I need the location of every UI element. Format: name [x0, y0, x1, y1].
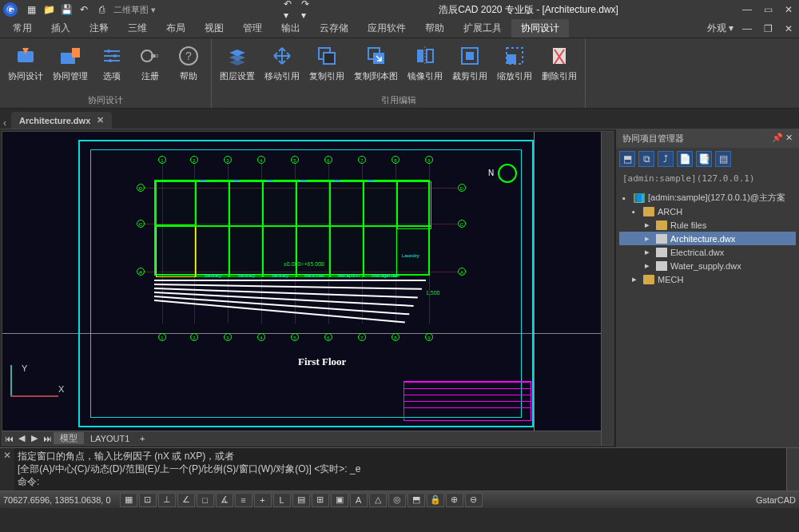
grid-bubble: 2 — [190, 156, 198, 164]
doc-close-button[interactable]: ✕ — [781, 22, 796, 35]
status-a1-icon[interactable]: A — [350, 493, 368, 507]
doc-tab-architecture[interactable]: Architecture.dwx ✕ — [11, 112, 112, 129]
close-button[interactable]: ✕ — [781, 3, 796, 16]
status-grid-icon[interactable]: ▦ — [120, 493, 137, 507]
qat-new-icon[interactable]: ▦ — [24, 2, 38, 17]
btn-copy-ref[interactable]: 复制引用 — [306, 42, 348, 93]
status-a2-icon[interactable]: △ — [369, 493, 387, 507]
layout-first-icon[interactable]: ⏮ — [2, 434, 15, 443]
status-otrack-icon[interactable]: ∡ — [216, 493, 233, 507]
btn-collab-manage[interactable]: 协同管理 — [50, 42, 91, 93]
status-a7-icon[interactable]: ⊖ — [465, 493, 483, 507]
btn-copy-to-drawing[interactable]: 复制到本图 — [351, 42, 401, 93]
menu-apps[interactable]: 应用软件 — [358, 19, 415, 38]
status-snap-icon[interactable]: ⊡ — [139, 493, 157, 507]
btn-options[interactable]: 选项 — [94, 42, 129, 93]
cmd-scrollbar[interactable] — [786, 448, 799, 490]
maximize-button[interactable]: ▭ — [761, 3, 775, 16]
menu-3d[interactable]: 三维 — [118, 19, 157, 38]
tb-btn-6[interactable]: ▤ — [715, 151, 731, 167]
btn-collab-design[interactable]: 协同设计 — [5, 42, 46, 93]
room — [364, 181, 397, 277]
tab-close-icon[interactable]: ✕ — [97, 115, 104, 125]
status-ortho-icon[interactable]: ⊥ — [158, 493, 176, 507]
status-osnap-icon[interactable]: □ — [197, 493, 214, 507]
tb-btn-5[interactable]: 📑 — [696, 151, 712, 167]
tab-scroll-left[interactable]: ‹ — [3, 117, 11, 129]
grid-bubble: D — [458, 184, 466, 192]
btn-scale-ref[interactable]: 缩放引用 — [494, 42, 535, 93]
workspace-dropdown[interactable]: 二维草图 ▾ — [113, 4, 156, 16]
tb-btn-4[interactable]: 📄 — [677, 151, 693, 167]
status-bar: 70627.6596, 13851.0638, 0 ▦ ⊡ ⊥ ∠ □ ∡ ≡ … — [0, 490, 799, 508]
doc-minimize-button[interactable]: — — [740, 22, 754, 35]
tree-water-file[interactable]: ▸Water_supply.dwx — [619, 259, 796, 272]
menu-layout[interactable]: 布局 — [157, 19, 195, 38]
grid-bubble: 9 — [425, 156, 433, 164]
status-model-icon[interactable]: ▣ — [331, 493, 348, 507]
status-a4-icon[interactable]: ⬒ — [407, 493, 425, 507]
cmd-close-icon[interactable]: ✕ — [0, 448, 14, 490]
menu-output[interactable]: 输出 — [272, 19, 310, 38]
menu-common[interactable]: 常用 — [3, 19, 42, 38]
menu-manage[interactable]: 管理 — [233, 19, 272, 38]
tb-btn-3[interactable]: ⤴ — [658, 151, 674, 167]
tree-rules[interactable]: ▸Rule files — [619, 218, 796, 232]
status-a6-icon[interactable]: ⊕ — [446, 493, 463, 507]
layout-tab-model[interactable]: 模型 — [54, 432, 84, 444]
doc-restore-button[interactable]: ❐ — [761, 22, 775, 35]
tree-architecture-file[interactable]: ▸Architecture.dwx — [619, 232, 796, 245]
status-a3-icon[interactable]: ◎ — [388, 493, 406, 507]
project-tree[interactable]: ▪📘[admin:sample](127.0.0.1)@主方案 ▪ARCH ▸R… — [616, 187, 799, 447]
qat-save-icon[interactable]: 💾 — [59, 2, 74, 17]
menu-insert[interactable]: 插入 — [42, 19, 80, 38]
room-label: Management — [372, 273, 400, 278]
tb-btn-1[interactable]: ⬒ — [619, 151, 635, 167]
layout-prev-icon[interactable]: ◀ — [15, 433, 28, 443]
room-label: Sanitary — [204, 273, 221, 278]
drawing-canvas[interactable]: 1 2 3 4 5 6 7 8 9 1 2 3 4 5 6 7 8 9 D C … — [2, 131, 614, 446]
btn-register[interactable]: 注册 — [133, 42, 168, 93]
btn-move-ref[interactable]: 移动引用 — [261, 42, 303, 93]
btn-delete-ref[interactable]: 删除引用 — [539, 42, 580, 93]
layout-add-icon[interactable]: + — [136, 434, 149, 443]
qat-open-icon[interactable]: 📁 — [42, 2, 56, 17]
menu-annotate[interactable]: 注释 — [80, 19, 118, 38]
btn-help[interactable]: ?帮助 — [171, 42, 206, 93]
appearance-dropdown[interactable]: 外观 ▾ — [707, 22, 733, 35]
panel-pin-icon[interactable]: 📌 ✕ — [772, 133, 793, 145]
menu-view[interactable]: 视图 — [195, 19, 233, 38]
status-ducs-icon[interactable]: L — [273, 493, 291, 507]
grid-bubble: C — [137, 220, 145, 228]
menu-collab[interactable]: 协同设计 — [511, 19, 569, 38]
layout-last-icon[interactable]: ⏭ — [41, 434, 54, 443]
status-qp-icon[interactable]: ▤ — [292, 493, 310, 507]
status-dyn-icon[interactable]: + — [254, 493, 272, 507]
status-a5-icon[interactable]: 🔒 — [427, 493, 444, 507]
tb-btn-2[interactable]: ⧉ — [638, 151, 654, 167]
tree-arch[interactable]: ▪ARCH — [619, 205, 796, 218]
status-lwt-icon[interactable]: ≡ — [235, 493, 252, 507]
qat-undo-icon[interactable]: ↶ — [77, 2, 91, 17]
tree-electrical-file[interactable]: ▸Electrical.dwx — [619, 245, 796, 259]
tree-root[interactable]: ▪📘[admin:sample](127.0.0.1)@主方案 — [619, 190, 796, 205]
minimize-button[interactable]: — — [740, 3, 754, 16]
menu-ext[interactable]: 扩展工具 — [454, 19, 511, 38]
grid-bubble: 7 — [358, 333, 366, 341]
btn-clip-ref[interactable]: 裁剪引用 — [449, 42, 491, 93]
layout-tab-layout1[interactable]: LAYOUT1 — [84, 434, 136, 443]
project-manager-panel: 协同项目管理器 📌 ✕ ⬒ ⧉ ⤴ 📄 📑 ▤ [admin:sample](1… — [615, 129, 799, 447]
btn-layer-settings[interactable]: 图层设置 — [217, 42, 258, 93]
qat-print-icon[interactable]: ⎙ — [94, 2, 109, 17]
titlebar-redo-icon[interactable]: ↷ ▾ — [301, 2, 316, 17]
command-text[interactable]: 指定窗口的角点，输入比例因子 (nX 或 nXP)，或者 [全部(A)/中心(C… — [14, 448, 786, 490]
grid-bubble: 4 — [257, 156, 265, 164]
status-sc-icon[interactable]: ⊞ — [312, 493, 329, 507]
layout-next-icon[interactable]: ▶ — [28, 433, 41, 443]
menu-help[interactable]: 帮助 — [415, 19, 454, 38]
btn-mirror-ref[interactable]: 镜像引用 — [404, 42, 446, 93]
menu-cloud[interactable]: 云存储 — [310, 19, 358, 38]
status-polar-icon[interactable]: ∠ — [177, 493, 195, 507]
tree-mech[interactable]: ▸MECH — [619, 272, 796, 286]
titlebar-undo-icon[interactable]: ↶ ▾ — [284, 2, 298, 17]
